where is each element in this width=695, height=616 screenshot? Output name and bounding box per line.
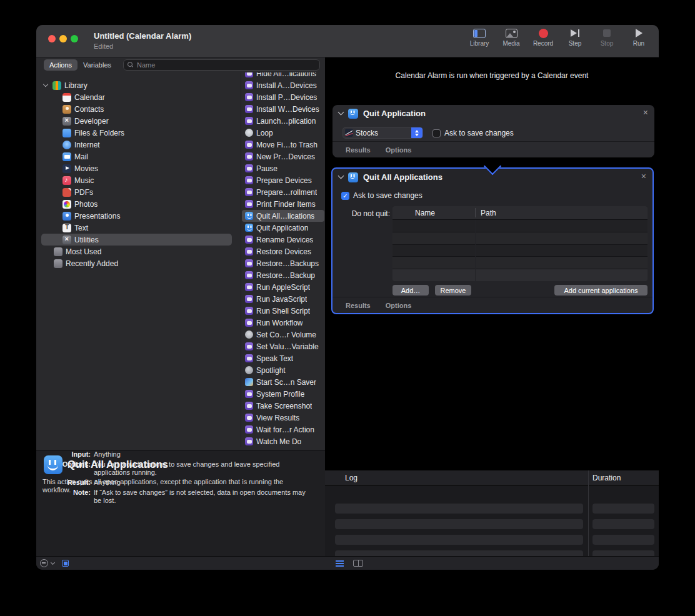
sidebar-item-utilities[interactable]: Utilities bbox=[36, 234, 241, 246]
action-list-item[interactable]: Run Shell Script bbox=[241, 305, 325, 317]
action-list-item[interactable]: View Results bbox=[241, 412, 325, 424]
sidebar-item-most-used[interactable]: Most Used bbox=[36, 246, 241, 257]
sidebar-item-movies[interactable]: Movies bbox=[36, 162, 241, 174]
action-list-item[interactable]: Restore Devices bbox=[241, 246, 325, 257]
action-list-item[interactable]: Install W…Devices bbox=[241, 103, 325, 115]
action-list-item[interactable]: Quit Application bbox=[241, 222, 325, 234]
action-label: Install W…Devices bbox=[256, 105, 319, 114]
action-list-item[interactable]: Set Valu…Variable bbox=[241, 340, 325, 352]
action-list-item[interactable]: Install P…Devices bbox=[241, 91, 325, 103]
column-header-path[interactable]: Path bbox=[475, 209, 496, 217]
add-button[interactable]: Add… bbox=[392, 285, 429, 296]
sidebar-item-files-folders[interactable]: Files & Folders bbox=[36, 127, 241, 139]
media-toolbar-button[interactable]: Media bbox=[499, 28, 524, 47]
sidebar-item-calendar[interactable]: Calendar bbox=[36, 91, 241, 103]
results-link[interactable]: Results bbox=[346, 302, 371, 309]
sidebar-item-music[interactable]: Music bbox=[36, 174, 241, 186]
log-columns-view-button[interactable] bbox=[353, 560, 363, 567]
tab-actions[interactable]: Actions bbox=[44, 59, 78, 71]
action-list-item[interactable]: Launch…plication bbox=[241, 115, 325, 127]
action-list-item[interactable]: Rename Devices bbox=[241, 234, 325, 246]
action-list-item[interactable]: Spotlight bbox=[241, 364, 325, 376]
toolbar-button-label: Library bbox=[470, 40, 489, 47]
titlebar[interactable]: Untitled (Calendar Alarm) Edited Library… bbox=[36, 25, 659, 57]
add-current-applications-button[interactable]: Add current applications bbox=[554, 285, 648, 296]
collapse-chevron-icon[interactable] bbox=[338, 109, 344, 116]
minimize-window-button[interactable] bbox=[59, 35, 67, 42]
log-list-view-button[interactable] bbox=[336, 560, 344, 567]
options-link[interactable]: Options bbox=[386, 302, 412, 309]
action-list-item[interactable]: Move Fi…to Trash bbox=[241, 139, 325, 151]
sidebar-item-contacts[interactable]: Contacts bbox=[36, 103, 241, 115]
sidebar-item-presentations[interactable]: Presentations bbox=[36, 210, 241, 222]
do-not-quit-table[interactable]: Name Path bbox=[392, 206, 648, 281]
sidebar-item-library[interactable]: Library bbox=[36, 79, 241, 91]
action-list-item[interactable]: Install A…Devices bbox=[241, 79, 325, 91]
step-button[interactable]: Step bbox=[562, 28, 588, 47]
column-divider[interactable] bbox=[475, 208, 476, 217]
action-list-item[interactable]: Restore…Backups bbox=[241, 257, 325, 269]
action-list-item[interactable]: Run JavaScript bbox=[241, 293, 325, 305]
action-list-item[interactable]: Run AppleScript bbox=[241, 281, 325, 293]
action-list-item[interactable]: Prepare Devices bbox=[241, 174, 325, 186]
toolbar-icon bbox=[603, 29, 611, 37]
tab-variables[interactable]: Variables bbox=[83, 59, 111, 71]
remove-action-button[interactable]: × bbox=[643, 107, 648, 117]
action-list-item[interactable]: Set Co…r Volume bbox=[241, 329, 325, 340]
search-input[interactable]: Name bbox=[123, 59, 320, 71]
action-card-quit-all-applications[interactable]: Quit All Applications × Ask to save chan… bbox=[331, 167, 654, 314]
application-dropdown[interactable]: Stocks bbox=[342, 127, 423, 139]
action-list-item[interactable]: Quit All…lications bbox=[241, 210, 325, 222]
action-list-item[interactable]: System Profile bbox=[241, 388, 325, 400]
action-list-item[interactable]: Watch Me Do bbox=[241, 435, 325, 447]
sidebar-item-pdfs[interactable]: PDFs bbox=[36, 186, 241, 198]
sidebar-item-text[interactable]: Text bbox=[36, 222, 241, 234]
remove-action-button[interactable]: × bbox=[641, 171, 646, 181]
action-list-item[interactable]: Start Sc…n Saver bbox=[241, 376, 325, 388]
sidebar-item-developer[interactable]: Developer bbox=[36, 115, 241, 127]
run-button[interactable]: Run bbox=[626, 28, 651, 47]
zoom-window-button[interactable] bbox=[71, 35, 78, 42]
duration-column-header[interactable]: Duration bbox=[592, 474, 621, 482]
disclosure-triangle-icon[interactable] bbox=[43, 82, 48, 87]
action-icon bbox=[245, 319, 253, 327]
remove-button[interactable]: Remove bbox=[435, 285, 471, 296]
toolbar-icon bbox=[473, 29, 486, 38]
action-card-quit-application[interactable]: Quit Application × Stocks Ask to save ch… bbox=[332, 105, 654, 157]
results-link[interactable]: Results bbox=[346, 146, 371, 154]
action-list-item[interactable]: Pause bbox=[241, 162, 325, 174]
action-list-item[interactable]: Speak Text bbox=[241, 352, 325, 364]
action-list-item[interactable]: Wait for…r Action bbox=[241, 424, 325, 435]
description-panel-icon bbox=[62, 560, 69, 567]
log-column-header[interactable]: Log bbox=[345, 474, 358, 482]
sidebar-item-photos[interactable]: Photos bbox=[36, 198, 241, 210]
action-list-item[interactable]: Loop bbox=[241, 127, 325, 139]
search-icon bbox=[128, 62, 134, 68]
column-header-name[interactable]: Name bbox=[392, 209, 475, 217]
action-list-item[interactable]: New Pr…Devices bbox=[241, 151, 325, 162]
close-window-button[interactable] bbox=[48, 35, 56, 42]
action-label: Install P…Devices bbox=[256, 93, 317, 102]
category-icon bbox=[62, 152, 71, 161]
record-button[interactable]: Record bbox=[531, 28, 556, 47]
sidebar-item-recently-added[interactable]: Recently Added bbox=[36, 257, 241, 269]
stop-button[interactable]: Stop bbox=[594, 28, 619, 47]
description-toggle-button[interactable] bbox=[62, 560, 69, 567]
action-list-item[interactable]: Run Workflow bbox=[241, 317, 325, 329]
ask-to-save-checkbox[interactable] bbox=[341, 192, 349, 200]
options-link[interactable]: Options bbox=[386, 146, 412, 154]
action-list-item[interactable]: Print Finder Items bbox=[241, 198, 325, 210]
action-list-item[interactable]: Prepare…rollment bbox=[241, 186, 325, 198]
window-edited-badge: Edited bbox=[94, 42, 113, 50]
action-list-item[interactable]: Restore…Backup bbox=[241, 269, 325, 281]
log-view-switcher bbox=[330, 557, 363, 570]
sidebar-item-internet[interactable]: Internet bbox=[36, 139, 241, 151]
ask-to-save-checkbox[interactable] bbox=[432, 129, 441, 137]
sidebar-item-mail[interactable]: Mail bbox=[36, 151, 241, 162]
library-toolbar-button[interactable]: Library bbox=[467, 28, 492, 47]
action-list-item[interactable]: Take Screenshot bbox=[241, 400, 325, 412]
action-label: Restore Devices bbox=[256, 247, 311, 256]
smart-group-menu-button[interactable] bbox=[40, 559, 54, 567]
collapse-chevron-icon[interactable] bbox=[338, 173, 344, 179]
log-header: Log Duration bbox=[325, 470, 659, 485]
